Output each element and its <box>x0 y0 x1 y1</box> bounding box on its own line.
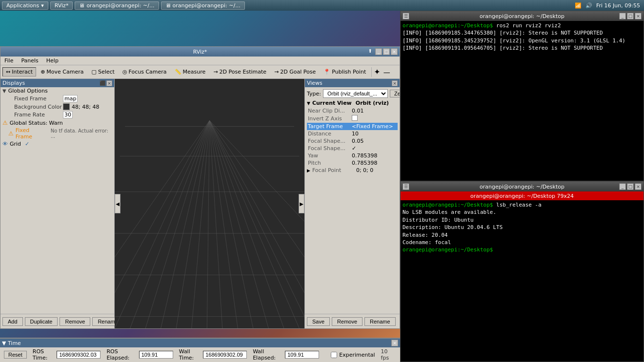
yaw-value[interactable]: 0.785398 <box>351 152 398 159</box>
viewport[interactable]: ◀ <box>115 79 304 328</box>
invert-z-label: Invert Z Axis <box>307 115 351 122</box>
view-prop-focal-shape-size: Focal Shape... 0.05 <box>307 137 398 145</box>
menu-panels[interactable]: Panels <box>19 57 40 64</box>
focal-shape-size-value[interactable]: 0.05 <box>351 137 398 145</box>
taskbar-term1[interactable]: 🖥 orangepi@orangepi: ~/... <box>75 1 159 10</box>
toolbar-minus-icon[interactable]: — <box>383 68 390 76</box>
terminal-bottom-line-5: Release: 20.04 <box>402 231 642 239</box>
experimental-checkbox-row: Experimental <box>331 352 375 358</box>
ros-time-input[interactable] <box>57 351 101 359</box>
taskbar-term1-label: orangepi@orangepi: ~/... <box>86 2 154 9</box>
wall-elapsed-input[interactable] <box>285 351 319 359</box>
terminal-bottom-window: ☰ orangepi@orangepi: ~/Desktop _ □ × ora… <box>400 181 644 362</box>
toolbar-focus-camera-btn[interactable]: ◎ Focus Camera <box>119 67 170 76</box>
remove-view-btn[interactable]: Remove <box>332 317 362 326</box>
global-options-expand[interactable]: ▼ <box>2 88 6 94</box>
duplicate-btn[interactable]: Duplicate <box>25 317 58 326</box>
terminal-bottom-close-btn[interactable]: × <box>635 183 642 190</box>
collapse-right-btn[interactable]: ▶ <box>299 194 304 213</box>
background-color-label: Background Color <box>14 104 63 110</box>
rviz-maximize-btn[interactable]: □ <box>383 48 390 55</box>
near-clip-value[interactable]: 0.01 <box>351 107 398 114</box>
toolbar-select-btn[interactable]: ▢ Select <box>88 67 118 76</box>
grid-check[interactable]: ✓ <box>25 141 29 147</box>
toolbar-move-camera-btn[interactable]: ⊕ Move Camera <box>37 67 87 76</box>
current-view-type: Orbit (rviz) <box>356 100 389 106</box>
toolbar-measure-btn[interactable]: 📏 Measure <box>171 67 209 76</box>
reset-btn[interactable]: Reset <box>4 351 27 359</box>
displays-header-controls: ⬛ × <box>100 80 112 86</box>
terminal-bottom-menu-btn[interactable]: ☰ <box>402 183 409 190</box>
frame-rate-value[interactable]: 30 <box>63 111 73 118</box>
add-btn[interactable]: Add <box>2 317 23 326</box>
collapse-left-btn[interactable]: ◀ <box>115 194 121 213</box>
color-swatch <box>63 103 70 110</box>
terminal-bottom-info-3: Description: Ubuntu 20.04.6 LTS <box>402 224 503 230</box>
focal-point-expand[interactable]: ▶ <box>307 168 310 173</box>
menu-help[interactable]: Help <box>44 57 60 64</box>
displays-close-btn[interactable]: × <box>106 80 112 86</box>
global-status-warn-icon: ⚠ <box>2 119 8 126</box>
rename-view-btn[interactable]: Rename <box>364 317 396 326</box>
terminal-bottom-line-2: No LSB modules are available. <box>402 209 642 216</box>
invert-z-checkbox[interactable] <box>352 115 358 121</box>
current-view-label: Current View <box>312 100 352 106</box>
pitch-value[interactable]: 0.785398 <box>351 159 398 167</box>
menu-file[interactable]: File <box>2 57 15 64</box>
views-close-btn[interactable]: × <box>392 80 398 86</box>
taskbar-rviz[interactable]: RViz* <box>50 1 73 10</box>
fixed-frame-row: Fixed Frame map <box>0 95 114 103</box>
rviz-window: RViz* ⬆ _ □ × File Panels Help ↔ Interac… <box>0 46 400 329</box>
view-zero-btn[interactable]: Zero <box>390 90 400 97</box>
time-panel: ▼ Time × Reset ROS Time: ROS Elapsed: Wa… <box>0 338 400 362</box>
background-color-value[interactable]: 48; 48; 48 <box>63 103 99 110</box>
focal-shape-enabled-value[interactable]: ✓ <box>351 145 398 152</box>
experimental-checkbox[interactable] <box>331 352 337 358</box>
toolbar-publish-point-btn[interactable]: 📍 Publish Point <box>320 67 369 76</box>
time-header-controls: × <box>391 340 398 346</box>
focal-point-value[interactable]: 0; 0; 0 <box>355 167 398 174</box>
terminal-main-menu-btn[interactable]: ☰ <box>402 13 409 19</box>
terminal-bottom-minimize-btn[interactable]: _ <box>619 183 626 190</box>
time-panel-header: ▼ Time × <box>0 339 400 347</box>
toolbar-interact-btn[interactable]: ↔ Interact <box>2 67 36 76</box>
terminal-main-minimize-btn[interactable]: _ <box>619 13 626 19</box>
wall-time-input[interactable] <box>203 351 247 359</box>
focal-point-label: Focal Point <box>311 167 355 174</box>
rviz-minimize-btn[interactable]: _ <box>375 48 382 55</box>
fixed-frame-value[interactable]: map <box>63 95 78 102</box>
view-prop-target-frame[interactable]: Target Frame <Fixed Frame> <box>307 123 398 130</box>
target-frame-label: Target Frame <box>307 123 351 130</box>
save-view-btn[interactable]: Save <box>307 317 330 326</box>
view-prop-distance: Distance 10 <box>307 130 398 137</box>
taskbar-arrow-icon: ⬆ <box>368 48 372 55</box>
time-panel-title: ▼ Time <box>2 340 21 346</box>
distance-value[interactable]: 10 <box>351 130 398 137</box>
taskbar-term1-icon: 🖥 <box>79 2 84 9</box>
move-camera-label: Move Camera <box>46 69 83 75</box>
terminal-main-maximize-btn[interactable]: □ <box>627 13 634 19</box>
taskbar-app-menu[interactable]: Applications ▾ <box>2 1 48 10</box>
svg-rect-0 <box>115 79 304 328</box>
wall-time-label: Wall Time: <box>179 348 201 361</box>
terminal-bottom-maximize-btn[interactable]: □ <box>627 183 634 190</box>
remove-display-btn[interactable]: Remove <box>60 317 90 326</box>
fixed-frame-label: Fixed Frame <box>14 95 63 102</box>
focal-shape-size-label: Focal Shape... <box>307 137 351 145</box>
toolbar-2d-goal-btn[interactable]: → 2D Goal Pose <box>271 67 319 76</box>
taskbar-term2[interactable]: 🖥 orangepi@orangepi: ~/... <box>161 1 245 10</box>
fixed-frame-warn-row[interactable]: ⚠ Fixed Frame No tf data. Actual error: … <box>0 127 114 140</box>
terminal-main-right-controls: _ □ × <box>619 13 642 19</box>
rviz-close-btn[interactable]: × <box>391 48 398 55</box>
current-view-expand[interactable]: ▼ <box>307 101 310 106</box>
time-close-btn[interactable]: × <box>391 340 398 346</box>
views-content: Type: Orbit (rviz_default_... Zero ▼ Cur… <box>305 87 400 314</box>
terminal-main-close-btn[interactable]: × <box>635 13 642 19</box>
rviz-menubar: File Panels Help <box>0 57 400 65</box>
view-type-select[interactable]: Orbit (rviz_default_... <box>323 89 388 98</box>
measure-icon: 📏 <box>175 69 181 75</box>
invert-z-value[interactable] <box>351 114 398 123</box>
toolbar-2d-pose-btn[interactable]: → 2D Pose Estimate <box>210 67 270 76</box>
ros-time-field: ROS Time: <box>33 348 101 361</box>
ros-elapsed-input[interactable] <box>139 351 173 359</box>
